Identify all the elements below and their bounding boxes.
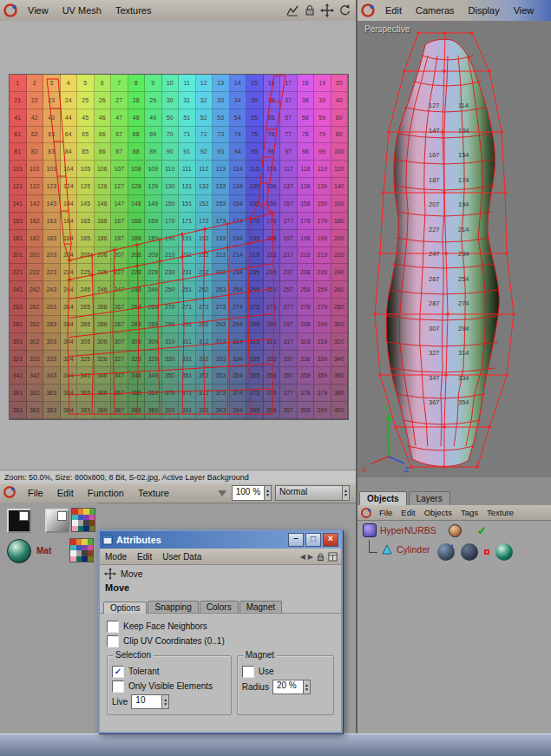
uv-grid-cell: 11 (179, 75, 196, 92)
om-menu-texture[interactable]: Texture (482, 508, 518, 517)
clip-uv-checkbox[interactable] (107, 635, 119, 648)
menu-function[interactable]: Function (81, 488, 131, 498)
material-ball-icon[interactable] (461, 543, 478, 561)
live-spinner[interactable]: 10 ▲ ▼ (131, 694, 169, 709)
menu-textures[interactable]: Textures (108, 5, 159, 16)
maximize-button[interactable]: □ (305, 533, 321, 547)
uv-grid-cell: 293 (213, 316, 230, 333)
radius-spinner[interactable]: 20 % ▲ ▼ (272, 680, 311, 694)
material-sphere-icon[interactable] (7, 539, 31, 563)
spin-down-icon[interactable]: ▼ (163, 702, 167, 707)
move-icon[interactable] (320, 3, 334, 17)
menu-file[interactable]: File (21, 488, 50, 498)
use-checkbox[interactable] (242, 666, 254, 678)
tab-snapping[interactable]: Snapping (148, 601, 198, 613)
textured-model: 1271471671872072272472672873073273473671… (357, 21, 551, 477)
uv-grid-cell: 182 (27, 230, 44, 247)
uv-grid-cell: 349 (145, 367, 162, 385)
uv-grid-cell: 143 (43, 195, 61, 213)
tab-magnet[interactable]: Magnet (239, 601, 282, 613)
uv-grid-cell: 188 (128, 230, 146, 247)
viewport-label[interactable]: Perspective (364, 24, 410, 34)
uv-grid-cell: 72 (196, 127, 213, 144)
menu-view[interactable]: View (21, 5, 56, 16)
tab-colors[interactable]: Colors (200, 601, 239, 613)
zoom-spinner[interactable]: 100 % ▲ ▼ (232, 485, 272, 501)
uv-grid-cell: 238 (298, 264, 315, 281)
panel-icon[interactable] (328, 552, 338, 562)
uv-grid-cell: 391 (179, 402, 196, 419)
tree-item-cylinder[interactable]: Cylinder (397, 544, 430, 555)
material-ball-icon[interactable] (495, 543, 513, 561)
uv-grid-cell: 35 (246, 92, 264, 109)
uv-grid-cell: 209 (145, 247, 162, 265)
hypernurbs-icon[interactable] (363, 523, 377, 537)
om-menu-file[interactable]: File (375, 508, 397, 517)
enabled-check-icon[interactable]: ✓ (477, 524, 487, 537)
menu-uv-mesh[interactable]: UV Mesh (56, 5, 108, 16)
foreground-color-chip[interactable] (7, 509, 31, 533)
attributes-title: Attributes (116, 535, 161, 545)
om-menu-tags[interactable]: Tags (456, 508, 482, 517)
tab-layers[interactable]: Layers (409, 491, 450, 505)
only-visible-checkbox[interactable] (112, 680, 124, 693)
live-spinner-arrows[interactable]: ▲ ▼ (161, 695, 168, 708)
histogram-icon[interactable] (285, 3, 299, 17)
uv-grid-cell: 125 (77, 178, 95, 195)
uv-grid-cell: 124 (61, 178, 78, 195)
svg-text:247: 247 (429, 250, 440, 258)
menu-edit-attr[interactable]: Edit (132, 552, 157, 562)
uv-grid-cell: 353 (213, 367, 230, 385)
texture-menubar: File Edit Function Texture 100 % ▲ ▼ Nor… (0, 483, 357, 503)
lock-icon[interactable] (316, 552, 325, 562)
menu-edit-texture[interactable]: Edit (50, 488, 81, 498)
om-menu-objects[interactable]: Objects (420, 508, 456, 517)
tolerant-checkbox[interactable]: ✓ (112, 666, 124, 678)
menu-texture[interactable]: Texture (131, 488, 176, 498)
palette-icon[interactable] (69, 538, 94, 562)
keep-face-neighbors-checkbox[interactable] (107, 621, 119, 633)
selected-material-box[interactable] (484, 549, 489, 555)
material-ball-icon[interactable] (437, 543, 455, 561)
minimize-button[interactable]: – (288, 533, 304, 547)
material-ball-row (437, 543, 513, 561)
uv-grid-cell: 82 (27, 143, 44, 161)
menu-view-3d[interactable]: View (507, 5, 541, 16)
blend-mode-arrows[interactable]: ▲ ▼ (342, 486, 349, 500)
perspective-viewport[interactable]: 1271471671872072272472672873073273473671… (357, 21, 551, 477)
spin-down-icon[interactable]: ▼ (305, 687, 309, 692)
menu-edit[interactable]: Edit (378, 5, 409, 16)
uv-grid-cell: 271 (179, 299, 196, 316)
window-footer (0, 733, 551, 756)
uv-grid-cell: 385 (77, 402, 95, 419)
menu-user-data[interactable]: User Data (157, 552, 207, 562)
om-menu-edit[interactable]: Edit (397, 508, 419, 517)
material-thumbnail-icon[interactable] (449, 524, 462, 537)
uv-grid-cell: 103 (43, 161, 61, 178)
radius-spinner-arrows[interactable]: ▲ ▼ (303, 680, 310, 694)
menu-cameras[interactable]: Cameras (409, 5, 462, 16)
tree-item-hypernurbs[interactable]: HyperNURBS (380, 525, 436, 536)
uv-texture-canvas[interactable]: 1234567891011121314151617181920212223242… (0, 21, 357, 470)
close-button[interactable]: × (323, 533, 338, 547)
zoom-spinner-arrows[interactable]: ▲ ▼ (264, 486, 271, 500)
cylinder-icon[interactable] (381, 543, 393, 555)
uv-grid-cell: 361 (10, 385, 27, 402)
lock-icon[interactable] (303, 3, 317, 17)
blend-mode-dropdown[interactable]: Normal ▲ ▼ (275, 485, 350, 501)
tab-objects[interactable]: Objects (359, 491, 407, 505)
background-color-chip[interactable] (45, 509, 69, 533)
attributes-titlebar[interactable]: Attributes – □ × (100, 531, 341, 549)
palette-icon[interactable] (71, 508, 95, 532)
svg-text:114: 114 (458, 102, 469, 109)
menu-mode[interactable]: Mode (100, 552, 132, 562)
filter-icon[interactable] (218, 490, 226, 496)
tab-options[interactable]: Options (103, 602, 147, 614)
uv-grid-cell: 117 (280, 161, 298, 178)
menu-display[interactable]: Display (462, 5, 507, 16)
rotate-icon[interactable] (338, 3, 351, 17)
pane-divider[interactable] (356, 0, 357, 733)
history-back-icon[interactable]: ◀ (300, 553, 305, 561)
spin-down-icon[interactable]: ▼ (266, 493, 270, 497)
history-forward-icon[interactable]: ▶ (308, 553, 313, 561)
